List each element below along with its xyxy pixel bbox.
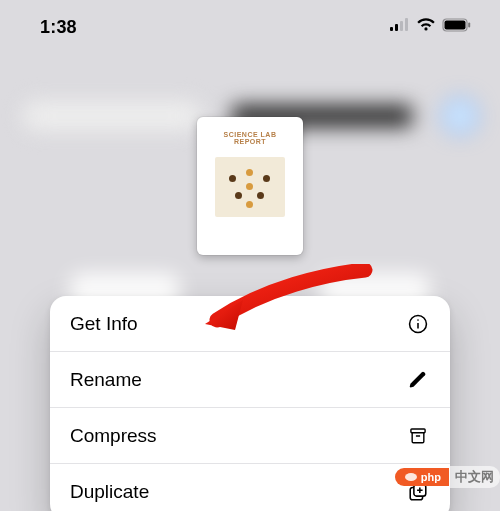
menu-item-label: Duplicate <box>70 481 149 503</box>
pencil-icon <box>406 368 430 392</box>
svg-rect-0 <box>390 27 393 31</box>
menu-item-label: Get Info <box>70 313 138 335</box>
status-time: 1:38 <box>40 17 77 38</box>
svg-rect-10 <box>411 428 425 432</box>
file-thumbnail[interactable]: SCIENCE LAB REPORT <box>197 117 303 255</box>
menu-item-label: Compress <box>70 425 157 447</box>
svg-rect-1 <box>395 24 398 31</box>
watermark-badge: php <box>395 468 449 486</box>
watermark-brand: php <box>421 471 441 483</box>
menu-item-label: Rename <box>70 369 142 391</box>
svg-rect-5 <box>445 21 466 30</box>
file-thumbnail-title: SCIENCE LAB REPORT <box>207 131 293 145</box>
status-indicators <box>390 18 472 36</box>
context-menu: Get Info Rename Compress Duplica <box>50 296 450 511</box>
svg-rect-6 <box>468 23 470 28</box>
status-bar: 1:38 <box>0 0 500 54</box>
watermark: php 中文网 <box>395 466 500 488</box>
menu-item-rename[interactable]: Rename <box>50 352 450 408</box>
svg-rect-2 <box>400 21 403 31</box>
svg-rect-3 <box>405 18 408 31</box>
archivebox-icon <box>406 424 430 448</box>
watermark-text: 中文网 <box>449 466 500 488</box>
php-icon <box>405 471 417 483</box>
menu-item-duplicate[interactable]: Duplicate <box>50 464 450 511</box>
info-circle-icon <box>406 312 430 336</box>
svg-point-16 <box>405 473 417 481</box>
cellular-icon <box>390 18 410 36</box>
menu-item-compress[interactable]: Compress <box>50 408 450 464</box>
file-thumbnail-art <box>215 157 285 217</box>
wifi-icon <box>416 18 436 36</box>
battery-icon <box>442 18 472 36</box>
menu-item-get-info[interactable]: Get Info <box>50 296 450 352</box>
svg-point-9 <box>417 319 419 321</box>
